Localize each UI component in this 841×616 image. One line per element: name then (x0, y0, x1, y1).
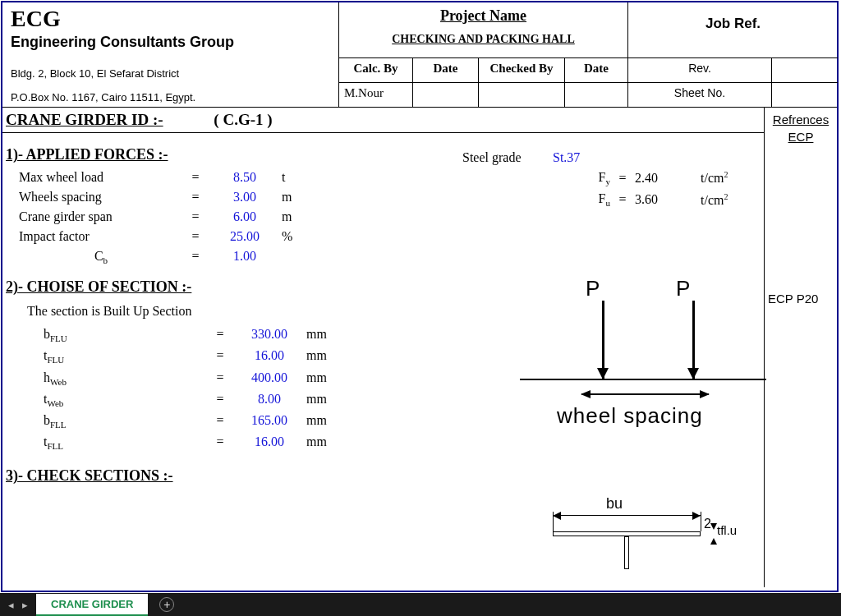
project-name-cell: Project Name CHECKING AND PACKING HALL (339, 2, 628, 58)
section-3-head: 3)- CHECK SECTIONS :- (6, 467, 764, 485)
arrow-up-icon (710, 538, 717, 545)
af-unit: m (282, 209, 323, 224)
steel-grade-value: St.37 (553, 150, 610, 165)
sp-value: 330.00 (232, 327, 306, 343)
add-sheet-button[interactable]: + (159, 597, 174, 612)
equals-sign: = (610, 171, 635, 186)
sheet-no-label: Sheet No. (628, 82, 772, 107)
equals-sign: = (183, 229, 208, 244)
tab-nav: ◂ ▸ (0, 599, 36, 611)
bu-label: bu (606, 495, 623, 513)
beam-line (520, 379, 766, 380)
sp-value: 400.00 (232, 370, 306, 387)
references-header: Refrences (768, 113, 834, 126)
fy-unit: t/cm2 (701, 170, 742, 186)
sheet-tab-bar: ◂ ▸ CRANE GIRDER + (0, 593, 841, 616)
references-column: Refrences ECP ECP P20 (765, 108, 837, 587)
company-block: ECG Engineering Consultants Group Bldg. … (2, 2, 339, 107)
sheet-tab-active[interactable]: CRANE GIRDER (36, 594, 148, 616)
af-value: 8.50 (208, 170, 282, 185)
equals-sign: = (208, 327, 232, 343)
sp-unit: mm (306, 392, 347, 408)
plus-icon: + (163, 598, 170, 611)
arrow-down-icon (692, 301, 695, 379)
ref-ecp: ECP (768, 130, 834, 144)
af-unit (282, 249, 323, 265)
web-shape (624, 536, 629, 569)
af-label-cb: Cb (19, 249, 183, 265)
sp-value: 8.00 (232, 392, 306, 408)
col-date1: Date (413, 58, 479, 82)
point-load-p1: P (586, 276, 600, 301)
equals-sign: = (208, 348, 232, 365)
tab-next-icon[interactable]: ▸ (22, 599, 28, 611)
arrow-down-icon (710, 523, 717, 530)
sp-label: bFLU (44, 327, 208, 343)
af-value: 1.00 (208, 249, 282, 265)
project-name-label: Project Name (342, 7, 624, 25)
equals-sign: = (208, 392, 232, 408)
af-unit: % (282, 229, 323, 244)
job-ref-label: Job Ref. (705, 16, 761, 31)
fy-label: Fy (553, 170, 610, 186)
sp-label: tFLL (44, 434, 208, 451)
meta-value-row: M.Nour (339, 82, 628, 107)
steel-grade-label: Steel grade (462, 150, 553, 165)
ref-ecp-p20: ECP P20 (768, 292, 834, 306)
bu-dimension-line (553, 515, 701, 516)
company-short: ECG (11, 6, 330, 32)
checked-by-value (479, 83, 565, 107)
company-long: Engineering Consultants Group (11, 34, 330, 51)
steel-grade-block: Steel grade St.37 Fy = 2.40 t/cm2 Fu = 3… (462, 150, 742, 208)
company-addr2: P.O.Box No. 1167, Cairo 11511, Egypt. (11, 91, 330, 103)
main-column: CRANE GIRDER ID :- ( C.G-1 ) 1)- APPLIED… (2, 108, 765, 587)
body-area: CRANE GIRDER ID :- ( C.G-1 ) 1)- APPLIED… (2, 108, 837, 587)
section-diagram: bu 2 tfl.u (528, 494, 758, 568)
sp-label: bFLL (44, 413, 208, 430)
equals-sign: = (183, 209, 208, 224)
equals-sign: = (208, 434, 232, 451)
equals-sign: = (183, 170, 208, 185)
meta-header-row: Calc. By Date Checked By Date (339, 58, 628, 82)
sp-unit: mm (306, 413, 347, 430)
girder-id-row: CRANE GIRDER ID :- ( C.G-1 ) (2, 108, 764, 133)
point-load-p2: P (676, 276, 690, 301)
tflu-label: tfl.u (717, 523, 737, 537)
af-value: 25.00 (208, 229, 282, 244)
sp-value: 165.00 (232, 413, 306, 430)
col-checked-by: Checked By (479, 58, 565, 82)
girder-id-label: CRANE GIRDER ID :- (6, 111, 163, 128)
fu-value: 3.60 (635, 192, 701, 207)
col-calc-by: Calc. By (339, 58, 413, 82)
job-ref-cell: Job Ref. (628, 2, 838, 58)
sp-unit: mm (306, 434, 347, 451)
rev-value (772, 58, 838, 82)
load-diagram: P P wheel spacing (512, 272, 758, 436)
af-value: 3.00 (208, 190, 282, 205)
af-label: Wheels spacing (19, 190, 183, 205)
tab-prev-icon[interactable]: ◂ (8, 599, 14, 611)
sp-label: tFLU (44, 348, 208, 365)
sp-value: 16.00 (232, 434, 306, 451)
equals-sign: = (208, 413, 232, 430)
wheel-spacing-label: wheel spacing (557, 403, 703, 429)
sp-unit: mm (306, 348, 347, 365)
af-label: Impact factor (19, 229, 183, 244)
fu-unit: t/cm2 (701, 192, 742, 208)
rev-label: Rev. (628, 58, 772, 82)
tick-mark (701, 512, 701, 531)
af-unit: t (282, 170, 323, 185)
sp-label: hWeb (44, 370, 208, 387)
date1-value (413, 83, 479, 107)
fy-value: 2.40 (635, 171, 701, 186)
af-label: Crane girder span (19, 209, 183, 224)
equals-sign: = (208, 370, 232, 387)
project-name-value: CHECKING AND PACKING HALL (342, 33, 624, 46)
worksheet-page: ECG Engineering Consultants Group Bldg. … (1, 1, 839, 592)
calc-by-value: M.Nour (339, 83, 413, 107)
document-header: ECG Engineering Consultants Group Bldg. … (2, 2, 837, 108)
equals-sign: = (183, 249, 208, 265)
sheet-no-value (772, 82, 838, 107)
sp-label: tWeb (44, 392, 208, 408)
col-date2: Date (565, 58, 628, 82)
